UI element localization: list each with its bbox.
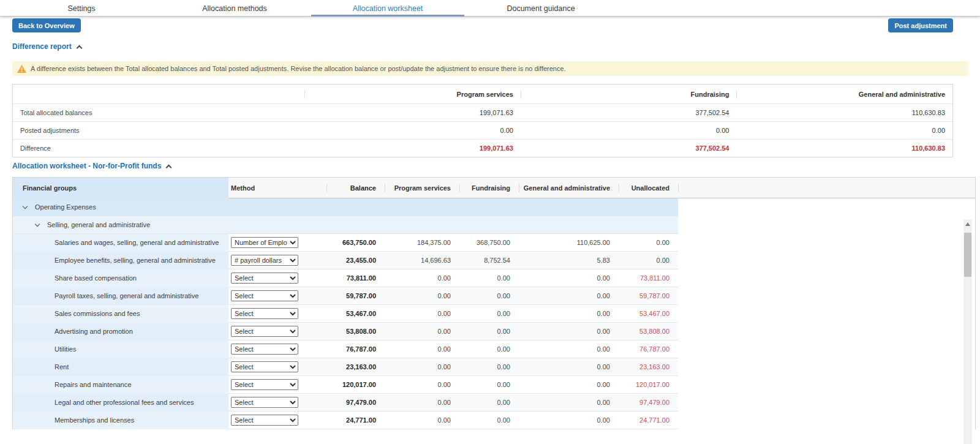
difference-table-row-total-allocated-balances: Total allocated balances199,071.63377,50… (13, 103, 952, 121)
worksheet-section-toggle[interactable]: Allocation worksheet - Nor-for-Profit fu… (12, 162, 171, 170)
balance-value: 24,771.00 (326, 412, 385, 429)
worksheet-column-header-general-and-administrative: General and administrative (519, 178, 619, 198)
chevron-down-icon[interactable] (35, 221, 40, 226)
worksheet-column-header-method: Method (228, 178, 326, 198)
method-select[interactable]: Select (231, 273, 298, 284)
chevron-down-icon[interactable] (23, 203, 28, 208)
back-to-overview-button[interactable]: Back to Overview (12, 18, 81, 32)
fundraising-value: 0.00 (459, 269, 519, 287)
method-cell: Select (228, 287, 326, 305)
group-row-label: Selling, general and administrative (47, 221, 150, 228)
method-cell: Select (228, 269, 326, 287)
worksheet-column-header-balance: Balance (326, 178, 385, 198)
difference-report-title: Difference report (12, 42, 72, 51)
method-select[interactable]: Select (231, 326, 298, 337)
balance-value: 76,787.00 (326, 341, 385, 358)
method-cell: Select (228, 358, 326, 376)
unallocated-value: 76,787.00 (619, 341, 678, 358)
unallocated-value: 0.00 (619, 252, 678, 269)
scroll-down-arrow-icon[interactable] (963, 441, 972, 444)
difference-value: 110,630.83 (736, 145, 952, 152)
account-label: Share based compensation (13, 269, 228, 287)
unallocated-value: 23,163.00 (619, 358, 678, 376)
fundraising-value: 0.00 (459, 394, 519, 412)
general-administrative-value: 110,625.00 (519, 234, 619, 252)
account-label: Salaries and wages, selling, general and… (13, 234, 228, 252)
difference-table-row-posted-adjustments: Posted adjustments0.000.000.00 (13, 121, 952, 139)
worksheet-row-sales-commissions-and-fees: Sales commissions and feesSelect53,467.0… (13, 305, 678, 323)
method-select[interactable]: Number of Employees (231, 237, 298, 248)
fundraising-value: 0.00 (459, 305, 519, 323)
scrollbar-thumb[interactable] (964, 233, 971, 277)
worksheet-header-row: Financial groupsMethodBalanceProgram ser… (13, 178, 975, 198)
worksheet-group-row-operating-expenses[interactable]: Operating Expenses (13, 198, 678, 216)
method-select[interactable]: Select (231, 290, 298, 301)
method-cell: Select (228, 412, 326, 429)
method-select[interactable]: # payroll dollars (231, 255, 298, 266)
account-label: Rent (13, 358, 228, 376)
difference-report-toggle[interactable]: Difference report (12, 42, 81, 51)
method-select[interactable]: Select (231, 397, 298, 408)
account-label: Payroll taxes, selling, general and admi… (13, 287, 228, 305)
tab-allocation-methods[interactable]: Allocation methods (158, 0, 311, 17)
tab-allocation-worksheet[interactable]: Allocation worksheet (311, 0, 464, 17)
worksheet-column-header-unallocated: Unallocated (619, 178, 678, 198)
method-select[interactable]: Select (231, 308, 298, 319)
program-services-value: 14,696.63 (385, 252, 459, 269)
method-cell: Select (228, 305, 326, 323)
tab-settings[interactable]: Settings (5, 0, 158, 17)
difference-value: 199,071.63 (304, 109, 521, 116)
method-cell: Select (228, 376, 326, 394)
account-label: Memberships and licenses (13, 412, 228, 429)
difference-row-label: Total allocated balances (13, 109, 304, 116)
difference-value: 0.00 (304, 127, 521, 134)
method-select[interactable]: Select (231, 415, 298, 426)
tab-document-guidance[interactable]: Document guidance (464, 0, 617, 17)
method-select[interactable]: Select (231, 361, 298, 372)
collapse-chevron-up-icon (76, 45, 82, 51)
post-adjustment-button[interactable]: Post adjustment (888, 18, 953, 32)
scroll-up-arrow-icon[interactable] (963, 219, 972, 228)
warning-text: A difference exists between the Total al… (31, 65, 566, 72)
worksheet-section-title: Allocation worksheet - Nor-for-Profit fu… (12, 162, 161, 170)
worksheet-column-header-program-services: Program services (385, 178, 459, 198)
allocation-worksheet-table: Financial groupsMethodBalanceProgram ser… (12, 177, 976, 429)
balance-value: 23,455.00 (326, 252, 385, 269)
collapse-chevron-up-icon (166, 164, 172, 170)
general-administrative-value: 5.83 (519, 252, 619, 269)
difference-warning-banner: A difference exists between the Total al… (12, 61, 968, 76)
scrollbar-track[interactable] (963, 219, 972, 444)
difference-value: 377,502.54 (521, 145, 737, 152)
general-administrative-value: 0.00 (519, 305, 619, 323)
balance-value: 59,787.00 (326, 287, 385, 305)
unallocated-value: 97,479.00 (619, 394, 678, 412)
difference-table-row-difference: Difference199,071.63377,502.54110,630.83 (13, 139, 952, 157)
balance-value: 663,750.00 (326, 234, 385, 252)
fundraising-value: 0.00 (459, 287, 519, 305)
general-administrative-value: 0.00 (519, 287, 619, 305)
worksheet-column-header-fundraising: Fundraising (459, 178, 519, 198)
method-cell: # payroll dollars (228, 252, 326, 269)
warning-triangle-icon (17, 65, 26, 73)
general-administrative-value: 0.00 (519, 323, 619, 341)
worksheet-row-repairs-and-maintenance: Repairs and maintenanceSelect120,017.000… (13, 376, 678, 394)
worksheet-group-row-selling-general-and-administrative[interactable]: Selling, general and administrative (13, 216, 678, 234)
difference-row-label: Difference (13, 145, 304, 152)
worksheet-row-memberships-and-licenses: Memberships and licensesSelect24,771.000… (13, 412, 678, 429)
fundraising-value: 368,750.00 (459, 234, 519, 252)
method-cell: Select (228, 394, 326, 412)
worksheet-header-end-tick (678, 178, 685, 198)
account-label: Employee benefits, selling, general and … (13, 252, 228, 269)
difference-column-header: Fundraising (521, 91, 737, 98)
method-select[interactable]: Select (231, 344, 298, 355)
balance-value: 53,808.00 (326, 323, 385, 341)
worksheet-row-legal-and-other-professional-fees-and-services: Legal and other professional fees and se… (13, 394, 678, 412)
program-services-value: 184,375.00 (385, 234, 459, 252)
difference-column-header: General and administrative (736, 91, 952, 98)
worksheet-row-employee-benefits-selling-general-and-administrative: Employee benefits, selling, general and … (13, 252, 678, 269)
program-services-value: 0.00 (385, 341, 459, 358)
worksheet-body: Operating ExpensesSelling, general and a… (13, 198, 975, 429)
difference-column-header: Program services (304, 91, 521, 98)
worksheet-row-advertising-and-promotion: Advertising and promotionSelect53,808.00… (13, 323, 678, 341)
method-select[interactable]: Select (231, 379, 298, 390)
